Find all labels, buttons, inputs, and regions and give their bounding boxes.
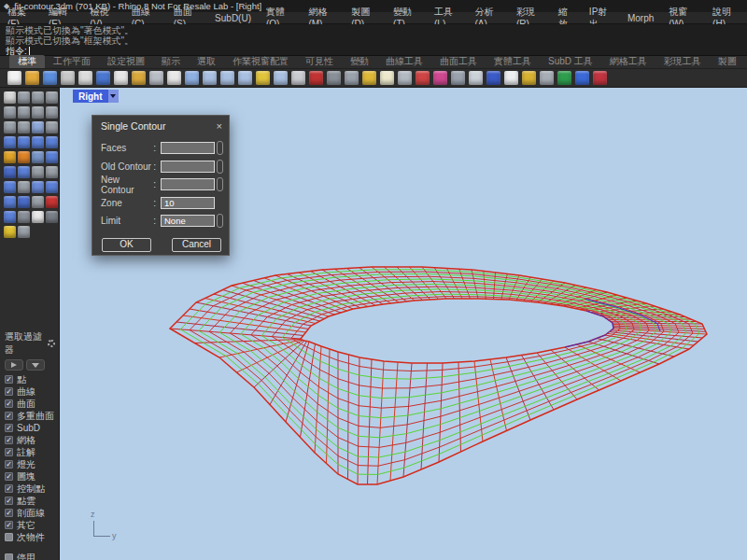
toolbar-tab-7[interactable]: 變動 bbox=[342, 55, 377, 68]
palette-tool-0-2[interactable] bbox=[32, 91, 44, 104]
dialog-field-input-new-contour[interactable] bbox=[161, 178, 215, 190]
palette-tool-7-2[interactable] bbox=[32, 196, 44, 208]
color-wheel-icon[interactable] bbox=[433, 71, 447, 85]
palette-tool-0-3[interactable] bbox=[46, 91, 58, 104]
zoom-icon[interactable] bbox=[203, 71, 217, 85]
car-display-mode-icon[interactable] bbox=[309, 71, 323, 85]
dialog-field-input-faces[interactable] bbox=[161, 142, 215, 154]
circle-arrow-icon[interactable] bbox=[345, 71, 359, 85]
undo-icon[interactable] bbox=[149, 71, 163, 85]
earth-icon[interactable] bbox=[557, 71, 571, 85]
filter-item-5[interactable]: ✓網格 bbox=[0, 434, 59, 446]
zoom-selected-icon[interactable] bbox=[238, 71, 252, 85]
layers-icon[interactable] bbox=[416, 71, 430, 85]
palette-tool-5-3[interactable] bbox=[46, 166, 58, 178]
dimension-icon[interactable] bbox=[540, 71, 554, 85]
command-area[interactable]: 顯示模式已切換為"著色模式"。 顯示模式已切換為"框架模式"。 指令: bbox=[0, 24, 747, 56]
grid-snap-icon[interactable] bbox=[291, 71, 305, 85]
checkbox-icon[interactable] bbox=[5, 553, 13, 560]
copy-document-icon[interactable] bbox=[78, 71, 92, 85]
field-picker-button[interactable] bbox=[217, 214, 223, 228]
blue-sphere-icon[interactable] bbox=[486, 71, 500, 85]
viewport-label[interactable]: Right bbox=[73, 90, 119, 103]
checkbox-icon[interactable]: ✓ bbox=[5, 484, 13, 493]
print-icon[interactable] bbox=[61, 71, 75, 85]
palette-tool-7-3[interactable] bbox=[46, 196, 58, 208]
filter-item-7[interactable]: ✓燈光 bbox=[0, 458, 59, 470]
palette-tool-1-0[interactable] bbox=[4, 106, 16, 119]
field-picker-button[interactable] bbox=[217, 177, 223, 191]
palette-tool-6-3[interactable] bbox=[46, 181, 58, 193]
palette-tool-6-1[interactable] bbox=[18, 181, 30, 193]
palette-tool-5-0[interactable] bbox=[4, 166, 16, 178]
palette-tool-6-0[interactable] bbox=[4, 181, 16, 193]
field-picker-button[interactable] bbox=[217, 160, 223, 174]
lightbulb-icon[interactable] bbox=[380, 71, 394, 85]
toolbar-tab-1[interactable]: 工作平面 bbox=[45, 55, 99, 68]
checkbox-icon[interactable] bbox=[5, 533, 13, 541]
new-file-icon[interactable] bbox=[7, 71, 21, 85]
mesh-sphere-icon[interactable] bbox=[469, 71, 483, 85]
palette-tool-2-2[interactable] bbox=[32, 121, 44, 133]
control-points-icon[interactable] bbox=[362, 71, 376, 85]
palette-tool-3-0[interactable] bbox=[4, 136, 16, 148]
ok-button[interactable]: OK bbox=[102, 238, 151, 252]
palette-tool-6-2[interactable] bbox=[32, 181, 44, 193]
help-icon[interactable] bbox=[575, 71, 589, 85]
toolbar-tab-3[interactable]: 顯示 bbox=[153, 55, 189, 68]
menu-item-15[interactable]: Morph bbox=[620, 12, 661, 24]
menu-item-5[interactable]: SubD(U) bbox=[207, 12, 259, 24]
viewport-label-text[interactable]: Right bbox=[73, 90, 108, 103]
toolbar-tab-11[interactable]: SubD 工具 bbox=[540, 55, 601, 68]
toolbar-tab-0[interactable]: 標準 bbox=[9, 55, 45, 68]
field-picker-button[interactable] bbox=[217, 141, 223, 155]
toolbar-tab-13[interactable]: 彩現工具 bbox=[655, 55, 710, 68]
zoom-target-icon[interactable] bbox=[256, 71, 270, 85]
cancel-button[interactable]: Cancel bbox=[172, 238, 221, 252]
checkbox-icon[interactable]: ✓ bbox=[5, 436, 13, 444]
paste-icon[interactable] bbox=[132, 71, 146, 85]
checkbox-icon[interactable]: ✓ bbox=[5, 448, 13, 456]
checkbox-icon[interactable]: ✓ bbox=[5, 387, 13, 396]
dialog-title-bar[interactable]: Single Contour × bbox=[92, 116, 229, 133]
filter-item-4[interactable]: ✓SubD bbox=[0, 422, 59, 434]
zoom-window-icon[interactable] bbox=[220, 71, 234, 85]
toolbar-tab-6[interactable]: 可見性 bbox=[297, 55, 342, 68]
pan-hand-icon[interactable] bbox=[167, 71, 181, 85]
palette-tool-3-3[interactable] bbox=[46, 136, 58, 148]
palette-tool-2-1[interactable] bbox=[18, 121, 30, 133]
move-icon[interactable] bbox=[185, 71, 199, 85]
white-sphere-icon[interactable] bbox=[504, 71, 518, 85]
filter-item-0[interactable]: ✓點 bbox=[0, 373, 59, 385]
checkbox-icon[interactable]: ✓ bbox=[5, 399, 13, 408]
filter-item-3[interactable]: ✓多重曲面 bbox=[0, 410, 59, 422]
palette-tool-4-2[interactable] bbox=[32, 151, 44, 163]
filter-item-6[interactable]: ✓註解 bbox=[0, 446, 59, 458]
filter-item-10[interactable]: ✓點雲 bbox=[0, 495, 59, 507]
toolbar-tab-9[interactable]: 曲面工具 bbox=[431, 55, 486, 68]
checkbox-icon[interactable]: ✓ bbox=[5, 472, 13, 481]
palette-tool-4-1[interactable] bbox=[18, 151, 30, 163]
palette-tool-3-2[interactable] bbox=[32, 136, 44, 148]
checkbox-icon[interactable]: ✓ bbox=[5, 509, 13, 517]
gears-icon[interactable] bbox=[522, 71, 536, 85]
toolbar-tab-5[interactable]: 作業視窗配置 bbox=[224, 55, 297, 68]
filter-item-2[interactable]: ✓曲面 bbox=[0, 398, 59, 410]
checkbox-icon[interactable]: ✓ bbox=[5, 521, 13, 529]
palette-tool-8-2[interactable] bbox=[32, 211, 44, 223]
palette-tool-2-3[interactable] bbox=[46, 121, 58, 133]
filter-item-1[interactable]: ✓曲線 bbox=[0, 385, 59, 398]
palette-tool-8-0[interactable] bbox=[4, 211, 16, 223]
filter-funnel-tab[interactable] bbox=[26, 359, 45, 371]
filter-item-8[interactable]: ✓圖塊 bbox=[0, 470, 59, 483]
palette-tool-4-3[interactable] bbox=[46, 151, 58, 163]
palette-tool-9-0[interactable] bbox=[4, 226, 16, 238]
palette-tool-7-1[interactable] bbox=[18, 196, 30, 208]
palette-tool-8-1[interactable] bbox=[18, 211, 30, 223]
rotate-view-icon[interactable] bbox=[274, 71, 288, 85]
palette-tool-9-1[interactable] bbox=[18, 226, 30, 238]
checkbox-icon[interactable]: ✓ bbox=[5, 424, 13, 432]
filter-item-9[interactable]: ✓控制點 bbox=[0, 483, 59, 495]
palette-tool-1-2[interactable] bbox=[32, 106, 44, 119]
plane-display-mode-icon[interactable] bbox=[327, 71, 341, 85]
